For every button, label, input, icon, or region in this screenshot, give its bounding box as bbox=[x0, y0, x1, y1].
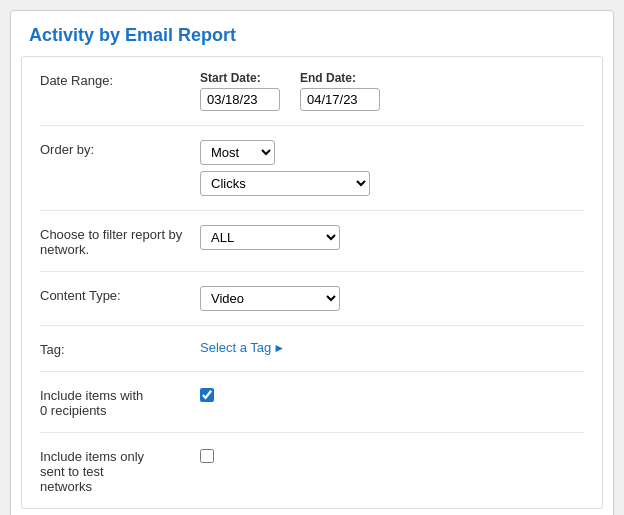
date-range-row: Date Range: Start Date: End Date: bbox=[40, 57, 584, 126]
order-by-row: Order by: Most Least Clicks Opens Bounce… bbox=[40, 126, 584, 211]
tag-label: Tag: bbox=[40, 340, 200, 357]
page-container: Activity by Email Report Date Range: Sta… bbox=[10, 10, 614, 515]
start-date-group: Start Date: bbox=[200, 71, 280, 111]
content-type-select[interactable]: Video Article Image Document bbox=[200, 286, 340, 311]
content-type-row: Content Type: Video Article Image Docume… bbox=[40, 272, 584, 326]
select-tag-text: Select a Tag bbox=[200, 340, 271, 355]
tag-controls: Select a Tag ► bbox=[200, 340, 584, 355]
include-test-networks-checkbox[interactable] bbox=[200, 449, 214, 463]
date-range-controls: Start Date: End Date: bbox=[200, 71, 584, 111]
include-zero-recipients-row: Include items with 0 recipients bbox=[40, 372, 584, 433]
filter-network-row: Choose to filter report by network. ALL … bbox=[40, 211, 584, 272]
end-date-label: End Date: bbox=[300, 71, 380, 85]
include-test-networks-controls bbox=[200, 447, 584, 463]
select-tag-link[interactable]: Select a Tag ► bbox=[200, 340, 584, 355]
start-date-label: Start Date: bbox=[200, 71, 280, 85]
start-date-input[interactable] bbox=[200, 88, 280, 111]
end-date-group: End Date: bbox=[300, 71, 380, 111]
order-by-top: Most Least bbox=[200, 140, 584, 165]
tag-row: Tag: Select a Tag ► bbox=[40, 326, 584, 372]
page-title: Activity by Email Report bbox=[11, 11, 613, 56]
include-test-networks-row: Include items only sent to test networks bbox=[40, 433, 584, 508]
include-zero-recipients-checkbox[interactable] bbox=[200, 388, 214, 402]
include-zero-recipients-label: Include items with 0 recipients bbox=[40, 386, 200, 418]
order-metric-wrapper: Clicks Opens Bounces Unsubscribes bbox=[200, 171, 584, 196]
content-type-label: Content Type: bbox=[40, 286, 200, 303]
filter-network-select[interactable]: ALL Network 1 Network 2 bbox=[200, 225, 340, 250]
form-body: Date Range: Start Date: End Date: Order … bbox=[21, 56, 603, 509]
order-most-select[interactable]: Most Least bbox=[200, 140, 275, 165]
content-type-controls: Video Article Image Document bbox=[200, 286, 584, 311]
filter-network-controls: ALL Network 1 Network 2 bbox=[200, 225, 584, 250]
date-range-label: Date Range: bbox=[40, 71, 200, 88]
date-row: Start Date: End Date: bbox=[200, 71, 584, 111]
order-by-label: Order by: bbox=[40, 140, 200, 157]
end-date-input[interactable] bbox=[300, 88, 380, 111]
order-metric-select[interactable]: Clicks Opens Bounces Unsubscribes bbox=[200, 171, 370, 196]
filter-network-label: Choose to filter report by network. bbox=[40, 225, 200, 257]
include-zero-recipients-controls bbox=[200, 386, 584, 402]
tag-arrow-icon: ► bbox=[273, 341, 285, 355]
order-by-controls: Most Least Clicks Opens Bounces Unsubscr… bbox=[200, 140, 584, 196]
include-test-networks-label: Include items only sent to test networks bbox=[40, 447, 200, 494]
